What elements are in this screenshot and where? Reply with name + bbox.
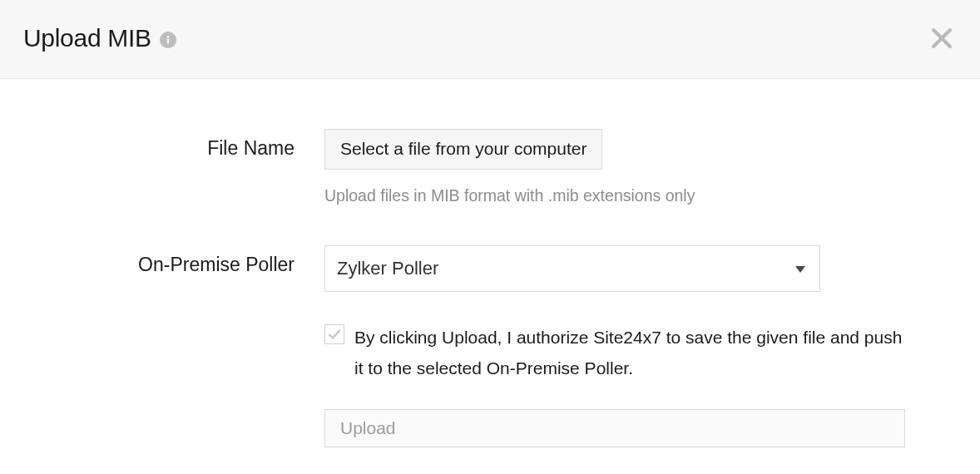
authorize-text: By clicking Upload, I authorize Site24x7… <box>354 322 905 384</box>
info-icon[interactable] <box>160 32 176 48</box>
file-name-hint: Upload files in MIB format with .mib ext… <box>324 186 905 205</box>
action-row: Upload <box>75 409 905 447</box>
file-select-button[interactable]: Select a file from your computer <box>324 129 602 170</box>
file-name-field: Select a file from your computer Upload … <box>324 129 905 205</box>
poller-select[interactable]: Zylker Poller <box>324 245 820 292</box>
authorize-row: By clicking Upload, I authorize Site24x7… <box>324 322 905 384</box>
upload-button[interactable]: Upload <box>324 409 905 447</box>
upload-form: File Name Select a file from your comput… <box>0 79 980 474</box>
poller-field: Zylker Poller By clicking Upload, I auth… <box>324 245 905 384</box>
poller-select-wrap: Zylker Poller <box>324 245 820 292</box>
svg-point-0 <box>167 36 169 37</box>
svg-rect-1 <box>167 39 169 44</box>
file-name-row: File Name Select a file from your comput… <box>75 129 905 205</box>
dialog-header: Upload MIB <box>0 0 980 79</box>
dialog-title: Upload MIB <box>23 24 151 52</box>
file-name-label: File Name <box>75 129 324 160</box>
authorize-checkbox[interactable] <box>324 324 344 344</box>
close-button[interactable] <box>927 23 957 53</box>
poller-label: On-Premise Poller <box>75 245 324 276</box>
title-wrap: Upload MIB <box>23 24 176 52</box>
poller-row: On-Premise Poller Zylker Poller By click… <box>75 245 905 384</box>
